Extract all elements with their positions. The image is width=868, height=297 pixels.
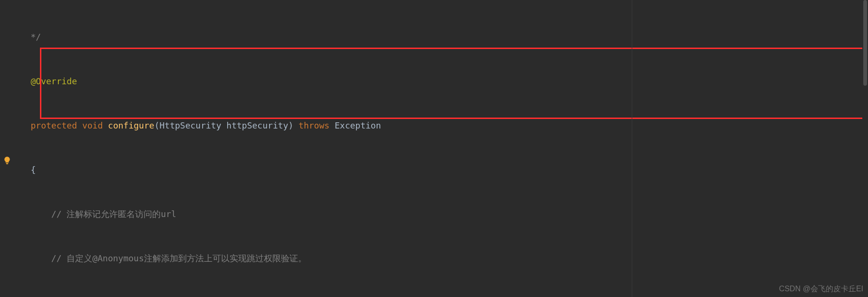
annotation-token: @Override [31,76,77,86]
code-line[interactable]: */ [15,30,868,44]
keyword-token: throws [299,120,335,130]
indent [15,120,31,130]
scrollbar-thumb[interactable] [863,0,867,86]
comment-token: // 注解标记允许匿名访问的url [51,209,176,219]
indent [15,253,51,263]
code-line[interactable]: // 自定义@Anonymous注解添加到方法上可以实现跳过权限验证。 [15,251,868,266]
comment-token: // 自定义@Anonymous注解添加到方法上可以实现跳过权限验证。 [51,253,307,263]
indent [15,165,31,175]
gutter [0,0,15,297]
indent [15,76,31,86]
indent [15,209,51,219]
punct-token: ) [288,120,299,130]
keyword-token: void [82,120,108,130]
brace-token: { [31,165,36,175]
method-token: configure [108,120,154,130]
code-line[interactable]: @Override [15,74,868,89]
comment-token: */ [15,32,41,42]
code-line[interactable]: { [15,163,868,177]
type-token: Exception [335,120,381,130]
watermark-text: CSDN @会飞的皮卡丘EI [779,284,863,294]
param-token: HttpSecurity httpSecurity [159,120,288,130]
code-area[interactable]: */ @Override protected void configure(Ht… [15,0,868,297]
code-line[interactable]: protected void configure(HttpSecurity ht… [15,119,868,133]
vertical-scrollbar[interactable] [862,0,868,297]
code-line[interactable]: // 注解标记允许匿名访问的url [15,207,868,221]
code-editor[interactable]: */ @Override protected void configure(Ht… [0,0,868,297]
keyword-token: protected [31,120,82,130]
intention-bulb-icon[interactable] [3,156,11,165]
punct-token: ( [154,120,160,130]
